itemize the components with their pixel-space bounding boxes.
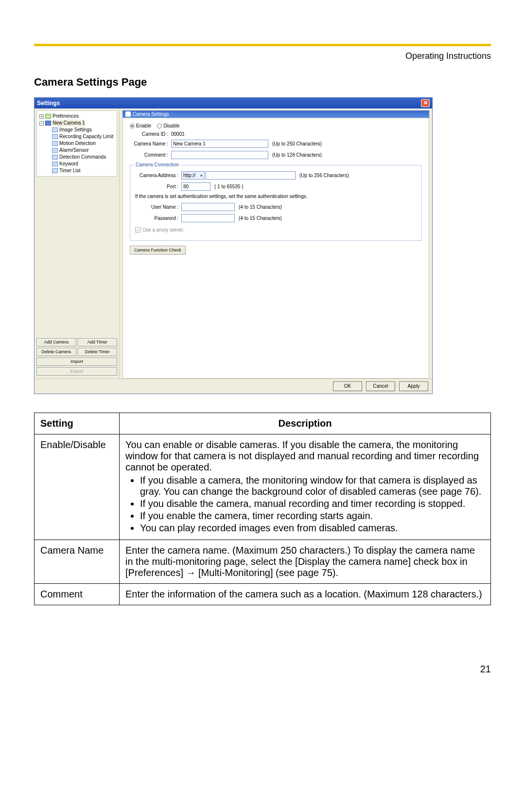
- password-hint: (4 to 15 Characters): [239, 216, 282, 221]
- delete-timer-button[interactable]: Delete Timer: [78, 348, 118, 356]
- group-title: Camera Connection: [134, 162, 180, 167]
- username-hint: (4 to 15 Characters): [239, 204, 282, 210]
- camera-name-hint: (Up to 250 Characters): [272, 141, 322, 146]
- enable-radio[interactable]: Enable: [130, 123, 151, 128]
- description-cell: Enter the information of the camera such…: [120, 584, 491, 605]
- add-timer-button[interactable]: Add Timer: [78, 338, 118, 346]
- port-label: Port :: [135, 184, 181, 189]
- camera-id-label: Camera ID :: [130, 131, 171, 137]
- chevron-down-icon: ▾: [200, 173, 203, 178]
- setting-cell: Camera Name: [35, 540, 120, 584]
- page-icon: [52, 168, 58, 173]
- description-cell: You can enable or disable cameras. If yo…: [120, 434, 491, 540]
- dialog-footer: OK Cancel Apply: [35, 379, 432, 394]
- cancel-button[interactable]: Cancel: [366, 381, 395, 391]
- left-pane: +Preferences −New Camera 1 Image Setting…: [35, 108, 120, 379]
- tree-expand-icon[interactable]: +: [39, 114, 44, 119]
- page-number: 21: [34, 664, 491, 675]
- window-titlebar: Settings ✕: [35, 98, 432, 108]
- col-description: Description: [120, 413, 491, 434]
- table-row: Enable/Disable You can enable or disable…: [35, 434, 491, 540]
- top-rule: [34, 44, 491, 46]
- username-label: User Name :: [135, 204, 181, 210]
- page-icon: [52, 141, 58, 146]
- tree-item[interactable]: Alarm/Sensor: [59, 147, 89, 154]
- password-input[interactable]: [181, 214, 235, 222]
- tree-camera-node[interactable]: New Camera 1: [52, 120, 85, 126]
- comment-label: Comment :: [130, 152, 171, 158]
- page-icon: [52, 155, 58, 160]
- camera-icon: [45, 121, 51, 126]
- comment-hint: (Up to 128 Characters): [272, 152, 322, 158]
- disable-radio[interactable]: Disable: [157, 123, 179, 128]
- doc-header: Operating Instructions: [34, 51, 491, 61]
- page-icon: [52, 148, 58, 153]
- settings-window: Settings ✕ +Preferences −New Camera 1 Im…: [34, 97, 433, 394]
- camera-id-value: 00001: [171, 131, 185, 137]
- table-row: Camera Name Enter the camera name. (Maxi…: [35, 540, 491, 584]
- nav-tree[interactable]: +Preferences −New Camera 1 Image Setting…: [36, 110, 117, 177]
- camera-connection-group: Camera Connection Camera Address : http:…: [130, 165, 422, 241]
- tree-item[interactable]: Motion Detection: [59, 140, 96, 147]
- camera-settings-panel: Enable Disable Camera ID : 00001 Camera …: [122, 118, 429, 379]
- table-row: Comment Enter the information of the cam…: [35, 584, 491, 605]
- auth-note: If the camera is set authentication sett…: [135, 194, 417, 199]
- camera-function-check-button[interactable]: Camera Function Check: [130, 246, 186, 254]
- camera-name-input[interactable]: [171, 140, 268, 148]
- page-icon: [52, 134, 58, 139]
- page-icon: [52, 162, 58, 166]
- right-pane: Camera Settings Enable Disable Camera ID…: [120, 108, 432, 379]
- comment-input[interactable]: [171, 151, 268, 159]
- tree-collapse-icon[interactable]: −: [39, 121, 44, 126]
- proxy-checkbox: ✓ Use a proxy server.: [135, 227, 184, 233]
- camera-name-label: Camera Name :: [130, 141, 171, 146]
- add-camera-button[interactable]: Add Camera: [36, 338, 76, 346]
- tree-preferences[interactable]: Preferences: [52, 113, 79, 120]
- protocol-select[interactable]: http:// ▾: [181, 171, 205, 180]
- close-icon[interactable]: ✕: [421, 99, 430, 107]
- ok-button[interactable]: OK: [333, 381, 362, 391]
- address-label: Camera Address :: [135, 173, 181, 178]
- tree-item[interactable]: Timer List: [59, 167, 81, 174]
- tree-item[interactable]: Recording Capacity Limit: [59, 133, 113, 140]
- setting-cell: Comment: [35, 584, 120, 605]
- panel-title: Camera Settings: [122, 110, 429, 118]
- col-setting: Setting: [35, 413, 120, 434]
- tree-item[interactable]: Keyword: [59, 161, 78, 167]
- port-input[interactable]: [181, 182, 210, 191]
- section-title: Camera Settings Page: [34, 76, 491, 89]
- address-hint: (Up to 256 Characters): [299, 173, 349, 178]
- folder-icon: [45, 114, 51, 119]
- settings-description-table: Setting Description Enable/Disable You c…: [34, 413, 491, 605]
- side-buttons: Add Camera Add Timer Delete Camera Delet…: [36, 338, 117, 376]
- tree-item[interactable]: Detection Commands: [59, 154, 106, 161]
- delete-camera-button[interactable]: Delete Camera: [36, 348, 76, 356]
- tree-item[interactable]: Image Settings: [59, 126, 92, 133]
- page-icon: [52, 127, 58, 132]
- setting-cell: Enable/Disable: [35, 434, 120, 540]
- password-label: Password :: [135, 216, 181, 221]
- description-cell: Enter the camera name. (Maximum 250 char…: [120, 540, 491, 584]
- port-hint: ( 1 to 65535 ): [214, 184, 243, 189]
- apply-button[interactable]: Apply: [399, 381, 428, 391]
- window-title: Settings: [37, 100, 60, 107]
- username-input[interactable]: [181, 203, 235, 211]
- address-input[interactable]: [206, 171, 296, 180]
- import-button[interactable]: Import: [36, 358, 117, 366]
- camera-icon: [125, 111, 131, 117]
- export-button: Export: [36, 367, 117, 376]
